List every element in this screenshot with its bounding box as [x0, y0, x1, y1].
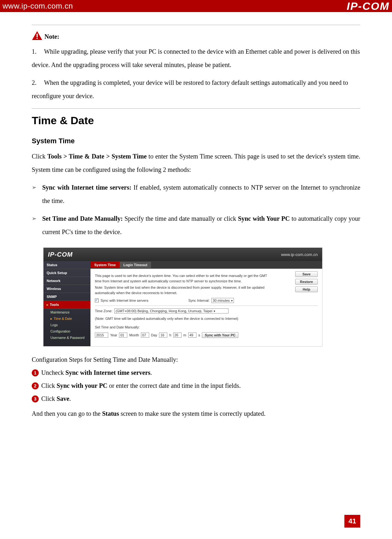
bullet-1: ➢ Sync with Internet time servers: If en… — [32, 181, 360, 207]
note-item-2-number: 2. — [32, 76, 43, 89]
page-content: Note: 1. While upgrading, please verify … — [0, 12, 392, 417]
sidebar-sub-username-password[interactable]: Username & Password — [43, 334, 90, 341]
step-1: 1 Uncheck Sync with Internet time server… — [32, 369, 360, 376]
mid-rule — [32, 108, 360, 109]
timezone-select[interactable]: (GMT+08:00) Beijing, Chongqing, Hong Kon… — [114, 308, 229, 313]
header-url: www.ip-com.com.cn — [3, 2, 73, 10]
bullet-2-bold2: Sync with Your PC — [238, 215, 290, 222]
ss-set-manually-label: Set Time and Date Manually: — [95, 325, 318, 330]
ss-datetime-row: 2015Year 01Month 07Day 16h 26m 49s Sync … — [95, 332, 318, 338]
sidebar-item-quick-setup[interactable]: Quick Setup — [43, 269, 90, 277]
help-button[interactable]: Help — [295, 286, 318, 292]
day-label: Day — [151, 333, 157, 337]
restore-button[interactable]: Restore — [295, 279, 318, 285]
ss-tz-note: (Note: GMT time will be updated automati… — [95, 316, 318, 321]
second-input[interactable]: 49 — [188, 333, 196, 338]
bullet-2-bold: Set Time and Date Manually: — [42, 215, 123, 222]
note-block: Note: 1. While upgrading, please verify … — [32, 25, 360, 103]
month-label: Month — [129, 333, 139, 337]
step-3-badge: 3 — [32, 395, 39, 402]
ss-sync-row: Sync with Internet time servers Sync Int… — [95, 298, 318, 303]
bullet-1-bold: Sync with Internet time servers: — [42, 184, 131, 191]
ss-desc2: Note: System time will be lost when the … — [95, 285, 273, 295]
chevron-right-icon: ➢ — [32, 212, 37, 239]
bullet-2: ➢ Set Time and Date Manually: Specify th… — [32, 212, 360, 239]
sync-interval-label: Sync Interval: — [188, 299, 209, 302]
ss-divider — [95, 306, 318, 306]
svg-rect-1 — [37, 34, 37, 37]
intro-pre: Click — [32, 153, 47, 160]
sync-checkbox[interactable] — [95, 299, 99, 302]
embedded-screenshot: IP-COM www.ip-com.com.cn Status Quick Se… — [43, 247, 322, 347]
year-input[interactable]: 2015 — [95, 333, 108, 338]
sidebar-item-tools[interactable]: ▸Tools — [43, 301, 90, 309]
header-logo: IP-COM — [347, 0, 389, 12]
bullet-2-mid: Specify the time and date manually or cl… — [124, 215, 238, 222]
month-input[interactable]: 01 — [119, 333, 127, 338]
hour-label: h — [169, 333, 171, 337]
page-number: 41 — [344, 515, 360, 528]
sidebar-item-wireless[interactable]: Wireless — [43, 285, 90, 293]
ss-action-buttons: Save Restore Help — [295, 271, 318, 292]
note-heading: Note: — [32, 31, 360, 40]
timezone-label: Time Zone: — [95, 309, 112, 313]
chevron-right-icon: ➢ — [32, 181, 37, 207]
intro-paragraph: Click Tools > Time & Date > System Time … — [32, 150, 360, 176]
sidebar-sub-configuration[interactable]: Configuration — [43, 328, 90, 334]
ss-tz-row: Time Zone: (GMT+08:00) Beijing, Chongqin… — [95, 308, 318, 313]
note-label: Note: — [44, 33, 59, 40]
section-heading: Time & Date — [32, 114, 360, 127]
steps-heading: Configuration Steps for Setting Time and… — [32, 356, 360, 363]
header-bar: www.ip-com.com.cn IP-COM — [0, 0, 392, 12]
subsection-heading: System Time — [32, 137, 360, 145]
after-steps-text: And then you can go to the Status screen… — [32, 410, 360, 417]
ss-desc1: This page is used to set the device's sy… — [95, 273, 273, 284]
ss-url: www.ip-com.com.cn — [281, 252, 318, 257]
hour-input[interactable]: 16 — [159, 333, 167, 338]
tab-login-timeout[interactable]: Login Timeout — [120, 262, 151, 268]
step-1-badge: 1 — [32, 369, 39, 376]
sidebar-sub-time-date[interactable]: ▸Time & Date — [43, 315, 90, 322]
step-2-badge: 2 — [32, 382, 39, 389]
note-item-1-text: While upgrading, please verify that your… — [32, 48, 360, 68]
tab-system-time[interactable]: System Time — [90, 262, 120, 268]
save-button[interactable]: Save — [295, 271, 318, 277]
ss-main: Save Restore Help This page is used to s… — [90, 269, 322, 346]
sync-with-pc-button[interactable]: Sync with Your PC — [202, 332, 238, 338]
note-item-1-number: 1. — [32, 45, 43, 58]
ss-logo: IP-COM — [48, 251, 73, 258]
step-2-text: Click Sync with your PC or enter the cor… — [41, 382, 241, 389]
ss-sidebar: Status Quick Setup Network Wireless SNMP… — [43, 261, 90, 346]
minute-input[interactable]: 26 — [173, 333, 182, 338]
second-label: s — [198, 333, 200, 337]
warning-icon — [32, 31, 43, 40]
sidebar-sub-logs[interactable]: Logs — [43, 322, 90, 328]
bullet-2-text: Set Time and Date Manually: Specify the … — [42, 212, 360, 239]
sidebar-item-network[interactable]: Network — [43, 277, 90, 285]
year-label: Year — [110, 333, 117, 337]
minute-label: m — [183, 333, 186, 337]
note-item-2: 2. When the upgrading is completed, your… — [32, 76, 360, 103]
note-item-2-text: When the upgrading is completed, your de… — [32, 79, 348, 99]
step-2: 2 Click Sync with your PC or enter the c… — [32, 382, 360, 389]
sidebar-item-snmp[interactable]: SNMP — [43, 293, 90, 301]
step-3: 3 Click Save. — [32, 395, 360, 402]
step-3-text: Click Save. — [41, 395, 71, 402]
note-item-1: 1. While upgrading, please verify that y… — [32, 45, 360, 71]
sidebar-sub-maintenance[interactable]: Maintenance — [43, 309, 90, 315]
bullet-1-text: Sync with Internet time servers: If enab… — [42, 181, 360, 207]
step-1-text: Uncheck Sync with Internet time servers. — [41, 369, 152, 376]
ss-tabs: System Time Login Timeout — [90, 261, 322, 269]
ss-topbar: IP-COM www.ip-com.com.cn — [43, 248, 322, 261]
day-input[interactable]: 07 — [141, 333, 149, 338]
sidebar-item-status[interactable]: Status — [43, 261, 90, 269]
sync-checkbox-label: Sync with Internet time servers — [101, 299, 148, 302]
svg-rect-2 — [37, 38, 37, 39]
intro-bold: Tools > Time & Date > System Time — [47, 153, 147, 160]
sync-interval-select[interactable]: 30 minutes — [211, 298, 234, 303]
